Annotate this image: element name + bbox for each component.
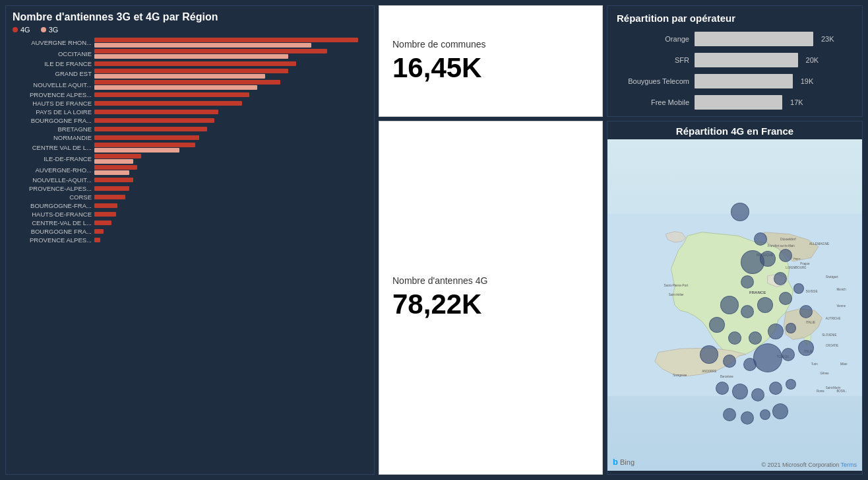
bar-group xyxy=(94,69,367,79)
bar-row: NOUVELLE-AQUIT... xyxy=(13,176,367,184)
operator-name: SFR xyxy=(617,56,689,64)
dot-4g-icon xyxy=(13,27,18,32)
bar-row-label: BOURGOGNE FRA... xyxy=(13,228,92,235)
bar-row-label: ILE DE FRANCE xyxy=(13,60,92,67)
bar-row-label: PROVENCE ALPES... xyxy=(13,236,92,244)
bar-row: CORSE xyxy=(13,193,367,201)
bar-4g xyxy=(94,178,133,182)
bar-4g xyxy=(94,118,214,123)
bar-row: AUVERGNE RHON... xyxy=(13,38,367,48)
bar-row-label: NOUVELLE AQUIT... xyxy=(13,81,92,88)
operator-bar xyxy=(695,95,782,110)
operator-bar xyxy=(695,32,813,46)
operator-row: Free Mobile17K xyxy=(617,95,853,110)
bar-3g xyxy=(94,74,265,79)
legend-3g: 3G xyxy=(41,26,59,34)
bar-group xyxy=(94,229,367,234)
map-bubble xyxy=(723,355,736,368)
bar-row-label: HAUTS DE FRANCE xyxy=(13,100,92,107)
bar-3g xyxy=(94,43,311,48)
legend-3g-label: 3G xyxy=(49,26,59,34)
bar-row-label: GRAND EST xyxy=(13,70,92,77)
kpi-antennes-label: Nombre d'antennes 4G xyxy=(392,275,589,286)
bar-group xyxy=(94,203,367,208)
bar-group xyxy=(94,195,367,199)
map-bubble xyxy=(732,384,748,399)
bar-row: CENTRE-VAL DE L... xyxy=(13,219,367,226)
bar-row: PROVENCE ALPES... xyxy=(13,91,367,98)
bar-4g xyxy=(94,127,207,131)
bar-4g xyxy=(94,92,249,97)
bar-4g xyxy=(94,49,327,53)
bar-row-label: PROVENCE ALPES... xyxy=(13,91,92,98)
map-terms-link[interactable]: Terms xyxy=(841,462,857,468)
bar-3g xyxy=(94,85,257,90)
bar-row: HAUTS-DE-FRANCE xyxy=(13,211,367,218)
legend-4g: 4G xyxy=(13,26,30,34)
map-bubble xyxy=(757,297,773,313)
bar-group xyxy=(94,154,367,164)
bar-4g xyxy=(94,143,195,147)
bar-row-label: OCCITANIE xyxy=(13,50,92,57)
bar-4g xyxy=(94,135,199,140)
map-bing-logo: b Bing xyxy=(613,456,639,468)
kpi-communes-label: Nombre de communes xyxy=(392,39,589,50)
bar-4g xyxy=(94,229,104,234)
map-bubble xyxy=(760,409,770,420)
map-bubble xyxy=(799,305,813,318)
bar-4g xyxy=(94,212,116,217)
bar-row: PAYS DE LA LOIRE xyxy=(13,108,367,116)
bar-row: OCCITANIE xyxy=(13,49,367,59)
bar-3g xyxy=(94,170,129,175)
map-bubble xyxy=(754,232,767,246)
bar-row: BOURGOGNE-FRA... xyxy=(13,202,367,209)
map-bubble xyxy=(751,388,764,401)
map-bubble xyxy=(728,331,741,345)
bar-row-label: BOURGOGNE FRA... xyxy=(13,117,92,124)
bar-row-label: PAYS DE LA LOIRE xyxy=(13,108,92,116)
map-bubble xyxy=(716,382,729,395)
operator-value: 19K xyxy=(801,77,814,85)
map-bubble xyxy=(786,323,796,333)
operator-value: 23K xyxy=(821,35,834,43)
map-bubble xyxy=(731,203,749,221)
bar-4g xyxy=(94,110,218,114)
bar-group xyxy=(94,135,367,140)
bar-group xyxy=(94,61,367,66)
bar-4g xyxy=(94,61,296,66)
operator-row: SFR20K xyxy=(617,53,853,67)
map-bubble xyxy=(749,331,762,345)
operator-name: Free Mobile xyxy=(617,98,689,106)
map-bubble xyxy=(793,283,804,294)
bar-group xyxy=(94,80,367,90)
bar-row: CENTRE VAL DE L... xyxy=(13,143,367,153)
map-bubble xyxy=(741,305,754,318)
bar-row-label: CENTRE-VAL DE L... xyxy=(13,219,92,226)
map-bubble xyxy=(741,275,754,289)
bar-row-label: BRETAGNE xyxy=(13,125,92,133)
bar-4g xyxy=(94,80,280,85)
bar-4g xyxy=(94,165,137,170)
bar-row-label: NOUVELLE-AQUIT... xyxy=(13,176,92,184)
bar-4g xyxy=(94,186,129,191)
kpi-communes-value: 16,45K xyxy=(392,52,589,84)
bar-row: BOURGOGNE FRA... xyxy=(13,117,367,124)
bar-group xyxy=(94,143,367,153)
map-bubble xyxy=(798,340,814,356)
map-container[interactable]: Düsseldorf ALLEMAGNE BELGIQUE LUXEMBOURG… xyxy=(607,139,862,471)
bar-group xyxy=(94,238,367,242)
bar-group xyxy=(94,165,367,175)
bar-3g xyxy=(94,54,288,59)
bar-row-label: BOURGOGNE-FRA... xyxy=(13,202,92,209)
operator-value: 20K xyxy=(806,56,819,64)
bar-group xyxy=(94,221,367,225)
map-bubble xyxy=(786,379,796,390)
bar-row-label: ILE-DE-FRANCE xyxy=(13,155,92,162)
bar-group xyxy=(94,101,367,106)
bar-row: PROVENCE ALPES... xyxy=(13,236,367,244)
map-bubble xyxy=(779,249,792,262)
kpi-communes-card: Nombre de communes 16,45K xyxy=(379,5,603,117)
bar-row: ILE-DE-FRANCE xyxy=(13,154,367,164)
bar-row: NORMANDIE xyxy=(13,134,367,141)
map-bubble xyxy=(774,272,787,285)
